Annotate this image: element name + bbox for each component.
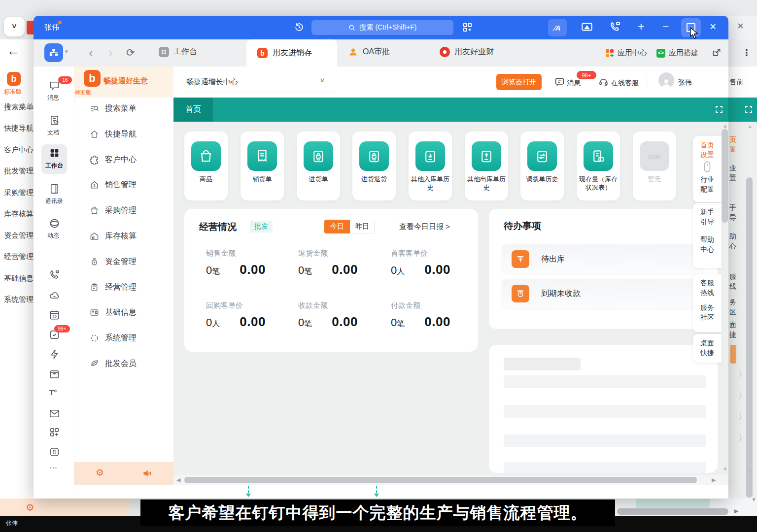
- refresh-icon[interactable]: ⟳: [126, 47, 135, 59]
- desktop-shortcut-button[interactable]: 桌面快捷: [699, 338, 715, 358]
- scroll-down-icon[interactable]: ▼: [747, 467, 753, 473]
- behind-left-menu-item[interactable]: 批发管理: [4, 166, 34, 176]
- scroll-down-icon[interactable]: ▼: [751, 497, 757, 502]
- ding-doc-icon[interactable]: D: [49, 446, 60, 458]
- scrollbar-thumb[interactable]: [746, 177, 753, 498]
- behind-left-menu-item[interactable]: 基础信息: [4, 274, 34, 283]
- daily-report-link[interactable]: 查看今日日报 >: [399, 222, 450, 232]
- open-in-browser-button[interactable]: 浏览器打开: [496, 74, 542, 90]
- screencast-icon[interactable]: [581, 21, 593, 33]
- today-button[interactable]: 今日: [324, 220, 350, 233]
- sidebar-item-operations[interactable]: 经营管理: [90, 282, 137, 293]
- scroll-up-icon[interactable]: ▲: [747, 123, 753, 129]
- org-caret-icon[interactable]: ▾: [65, 48, 68, 55]
- tab-workbench[interactable]: 工作台: [159, 47, 197, 57]
- shortcut-other-outbound[interactable]: 其他出库单历史: [465, 132, 508, 200]
- scroll-right-icon[interactable]: ▶: [734, 508, 738, 514]
- shortcut-transfer-history[interactable]: 调拨单历史: [520, 132, 564, 200]
- scrollbar-thumb[interactable]: [722, 129, 728, 223]
- more-icon[interactable]: ⋯: [49, 463, 58, 472]
- back-arrow-icon[interactable]: ←: [7, 43, 20, 59]
- settings-gear-icon[interactable]: ⚙: [96, 467, 104, 478]
- scrollbar-thumb[interactable]: [617, 508, 728, 515]
- online-service-label[interactable]: 在线客服: [611, 79, 639, 88]
- sidebar-item-search-menu[interactable]: 搜索菜单: [90, 103, 137, 114]
- behind-left-menu-item[interactable]: 系统管理: [4, 295, 34, 304]
- nav-forward-icon[interactable]: ›: [108, 45, 113, 61]
- behind-left-menu-item[interactable]: 客户中心: [4, 145, 34, 155]
- chevron-right-icon[interactable]: 〉: [738, 390, 747, 401]
- collapse-button[interactable]: ˅: [4, 17, 25, 36]
- ai-assistant-button[interactable]: ⁄A: [548, 19, 567, 36]
- sidebar-item-inventory[interactable]: 库存核算: [90, 231, 137, 241]
- avatar[interactable]: [658, 72, 674, 88]
- sidebar-item-funds[interactable]: ¥ 资金管理: [90, 257, 137, 267]
- box-icon[interactable]: [49, 368, 60, 380]
- message-bubble-icon[interactable]: [554, 77, 565, 87]
- new-window-icon[interactable]: +: [638, 20, 644, 33]
- grid-add-icon[interactable]: [462, 22, 473, 33]
- shortcut-purchase-return[interactable]: 进货退货: [352, 132, 396, 200]
- calendar-icon[interactable]: 25: [49, 309, 60, 321]
- sidebar-item-system[interactable]: 系统管理: [90, 333, 137, 343]
- tab-oa[interactable]: OA审批: [348, 47, 390, 57]
- app-build-button[interactable]: <> 应用搭建: [656, 48, 698, 58]
- chevron-right-icon[interactable]: 〉: [738, 432, 747, 443]
- chevron-right-icon[interactable]: 〉: [738, 411, 747, 422]
- sidebar-item-quick-nav[interactable]: 快捷导航: [90, 129, 137, 139]
- todo-item-outbound[interactable]: 待出库: [502, 244, 705, 274]
- close-window-icon[interactable]: ×: [710, 20, 716, 33]
- gear-icon[interactable]: ⚙: [26, 501, 34, 513]
- todo-item-overdue[interactable]: 到期未收款: [502, 279, 705, 308]
- rail-label[interactable]: 文档: [47, 129, 59, 137]
- shortcut-stock-quantity[interactable]: 现存量（库存状况表）: [577, 132, 620, 200]
- scroll-right-icon[interactable]: ▶: [712, 477, 716, 483]
- beginner-guide-button[interactable]: 新手引导: [699, 207, 715, 227]
- rail-label[interactable]: 消息: [47, 94, 59, 102]
- headset-icon[interactable]: [598, 77, 609, 87]
- rail-label[interactable]: 通讯录: [45, 197, 63, 205]
- sidebar-item-wholesale-member[interactable]: 批发会员: [90, 359, 137, 369]
- scroll-down-icon[interactable]: ▼: [723, 466, 728, 472]
- flash-icon[interactable]: [49, 349, 60, 360]
- behind-left-menu-item[interactable]: 采购管理: [4, 188, 34, 198]
- scroll-left-icon[interactable]: ◀: [176, 477, 180, 483]
- service-community-button[interactable]: 服务社区: [699, 302, 715, 322]
- sidebar-item-base-info[interactable]: 基础信息: [90, 307, 137, 318]
- help-center-button[interactable]: 帮助中心: [699, 234, 715, 254]
- app-center-button[interactable]: 应用中心: [605, 48, 647, 58]
- shortcut-goods[interactable]: 商品: [184, 132, 228, 200]
- phone-call-icon[interactable]: [609, 21, 621, 33]
- tab-home-active[interactable]: 首页: [173, 98, 213, 122]
- growth-center-dropdown[interactable]: 畅捷通增长中心: [186, 77, 238, 87]
- rail-label[interactable]: 动态: [47, 232, 59, 240]
- home-settings-button[interactable]: 首页设置: [699, 140, 715, 160]
- feed-icon[interactable]: [49, 218, 60, 229]
- behind-left-menu-item[interactable]: 经营管理: [4, 252, 34, 262]
- tab-jxc-active[interactable]: b 用友进销存: [246, 39, 337, 66]
- workbench-icon[interactable]: [49, 148, 60, 158]
- close-icon[interactable]: ×: [737, 20, 744, 33]
- sidebar-item-customer-center[interactable]: 客户中心: [90, 155, 137, 165]
- fullscreen-icon[interactable]: [744, 105, 753, 114]
- mute-speaker-icon[interactable]: [142, 468, 152, 478]
- sidebar-item-purchase[interactable]: 采购管理: [90, 205, 137, 216]
- tab-hyc[interactable]: 用友好业财: [440, 47, 494, 57]
- cloud-drive-icon[interactable]: [49, 290, 60, 301]
- open-external-icon[interactable]: [712, 48, 722, 58]
- messages-label[interactable]: 消息: [567, 79, 581, 88]
- more-vertical-icon[interactable]: ⋮: [742, 47, 751, 58]
- contacts-icon[interactable]: [49, 183, 60, 195]
- sidebar-item-sales[interactable]: $ 销售管理: [90, 180, 137, 190]
- behind-left-menu-item[interactable]: 搜索菜单: [4, 102, 34, 112]
- scroll-up-icon[interactable]: ▲: [723, 123, 728, 129]
- chevron-right-icon[interactable]: 〉: [738, 368, 747, 380]
- shortcut-purchase-order[interactable]: 进货单: [297, 132, 340, 200]
- more-apps-icon[interactable]: [49, 427, 60, 438]
- mail-icon[interactable]: [49, 408, 60, 419]
- service-hotline-button[interactable]: 客服热线: [699, 278, 715, 298]
- industry-config-button[interactable]: 行业配置: [699, 174, 715, 194]
- minimize-icon[interactable]: −: [662, 20, 669, 33]
- header-user-name[interactable]: 张伟: [678, 78, 692, 87]
- yesterday-button[interactable]: 昨日: [350, 220, 375, 233]
